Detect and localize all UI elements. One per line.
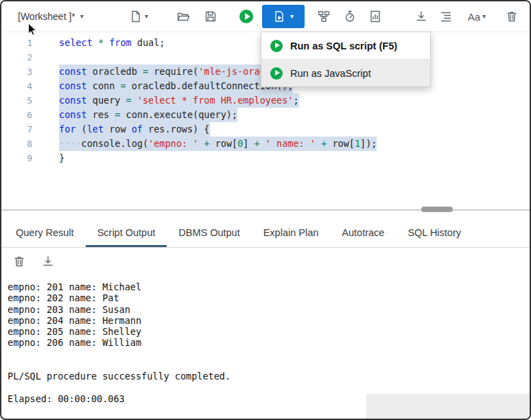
worksheet-toolbar: [Worksheet ]* ▾ ▾ ▾ bbox=[1, 1, 530, 32]
trash-icon bbox=[505, 10, 519, 23]
run-play-icon bbox=[270, 67, 283, 80]
new-worksheet-button[interactable]: ▾ bbox=[122, 5, 155, 28]
output-line: empno: 204 name: Hermann bbox=[8, 315, 530, 326]
run-statement-icon bbox=[239, 10, 253, 23]
editor-line-7[interactable]: 7for (let row of res.rows) { bbox=[1, 122, 530, 137]
tab-autotrace[interactable]: Autotrace bbox=[330, 218, 396, 247]
code-text: const res = conn.execute(query); bbox=[59, 108, 237, 122]
run-script-menu: Run as SQL script (F5)Run as JavaScript bbox=[261, 32, 431, 87]
tab-script-output[interactable]: Script Output bbox=[86, 218, 167, 247]
output-line bbox=[8, 360, 530, 371]
tab-sql-history[interactable]: SQL History bbox=[396, 218, 473, 247]
format-icon bbox=[439, 10, 453, 23]
sql-worksheet-window: [Worksheet ]* ▾ ▾ ▾ bbox=[0, 0, 531, 420]
line-number: 2 bbox=[1, 50, 32, 65]
menu-item-run-as-javascript[interactable]: Run as JavaScript bbox=[261, 59, 430, 86]
tab-query-result[interactable]: Query Result bbox=[4, 218, 86, 247]
open-folder-icon bbox=[176, 10, 190, 23]
menu-item-label: Run as JavaScript bbox=[290, 68, 371, 79]
download-output-button[interactable] bbox=[36, 250, 59, 273]
editor-line-6[interactable]: 6const res = conn.execute(query); bbox=[1, 108, 530, 122]
autotrace-icon bbox=[343, 10, 357, 23]
run-statement-button[interactable] bbox=[235, 5, 258, 28]
worksheet-title: [Worksheet ]* bbox=[18, 11, 75, 22]
run-script-icon bbox=[273, 10, 285, 23]
statement-log-icon bbox=[368, 10, 382, 23]
run-script-button[interactable]: ▾ bbox=[262, 5, 305, 28]
menu-item-label: Run as SQL script (F5) bbox=[290, 40, 397, 51]
chevron-down-icon: ▾ bbox=[145, 13, 148, 20]
download-icon bbox=[414, 10, 428, 23]
open-file-button[interactable] bbox=[172, 5, 195, 28]
save-button[interactable] bbox=[199, 5, 222, 28]
output-toolbar bbox=[1, 247, 530, 276]
output-line: empno: 203 name: Susan bbox=[8, 304, 530, 315]
output-line: empno: 206 name: William bbox=[8, 337, 530, 348]
font-size-label: Aa bbox=[468, 11, 480, 23]
tab-dbms-output[interactable]: DBMS Output bbox=[167, 218, 251, 247]
tab-explain-plan[interactable]: Explain Plan bbox=[252, 218, 331, 247]
worksheet-selector[interactable]: [Worksheet ]* ▾ bbox=[18, 1, 84, 32]
clear-worksheet-button[interactable] bbox=[500, 5, 523, 28]
menu-item-run-as-sql-script-f5[interactable]: Run as SQL script (F5) bbox=[261, 32, 430, 59]
serial-statements-button[interactable] bbox=[364, 5, 387, 28]
output-line bbox=[8, 382, 530, 393]
output-line bbox=[8, 349, 530, 360]
output-line: empno: 202 name: Pat bbox=[8, 292, 530, 303]
splitter-grip[interactable] bbox=[421, 207, 453, 212]
line-number: 4 bbox=[1, 79, 32, 93]
trash-icon bbox=[12, 255, 26, 268]
chevron-down-icon: ▾ bbox=[290, 13, 294, 20]
line-number: 6 bbox=[1, 108, 32, 122]
font-size-button[interactable]: Aa ▾ bbox=[461, 5, 493, 28]
code-text: for (let row of res.rows) { bbox=[59, 122, 210, 137]
explain-plan-icon bbox=[317, 10, 331, 23]
editor-line-9[interactable]: 9} bbox=[1, 151, 530, 165]
editor-line-5[interactable]: 5const query = 'select * from HR.employe… bbox=[1, 93, 530, 108]
explain-plan-button[interactable] bbox=[312, 5, 335, 28]
code-text: ····console.log('empno: ' + row[0] + ' n… bbox=[59, 137, 377, 151]
code-text: const conn = oracledb.defaultConnection(… bbox=[59, 79, 293, 93]
results-tabbar: Query ResultScript OutputDBMS OutputExpl… bbox=[1, 218, 530, 248]
line-number: 7 bbox=[1, 122, 32, 137]
code-text: const query = 'select * from HR.employee… bbox=[59, 93, 299, 108]
corner-overlay bbox=[366, 394, 530, 419]
autotrace-button[interactable] bbox=[338, 5, 362, 28]
output-line: PL/SQL procedure successfully completed. bbox=[8, 371, 530, 382]
editor-line-8[interactable]: 8····console.log('empno: ' + row[0] + ' … bbox=[1, 137, 530, 151]
download-button[interactable] bbox=[410, 5, 433, 28]
output-line: empno: 201 name: Michael bbox=[8, 281, 530, 292]
format-button[interactable] bbox=[434, 5, 458, 28]
clear-output-button[interactable] bbox=[8, 250, 30, 273]
line-number: 3 bbox=[1, 65, 32, 79]
output-line: empno: 205 name: Shelley bbox=[8, 326, 530, 337]
line-number: 1 bbox=[1, 36, 32, 50]
code-text: select * from dual; bbox=[59, 36, 165, 50]
chevron-down-icon: ▾ bbox=[80, 13, 84, 20]
code-text: } bbox=[59, 151, 64, 165]
save-icon bbox=[204, 10, 217, 23]
chevron-down-icon: ▾ bbox=[482, 13, 486, 20]
line-number: 9 bbox=[1, 151, 32, 165]
new-worksheet-icon bbox=[129, 10, 143, 23]
download-icon bbox=[41, 255, 55, 268]
panel-splitter[interactable] bbox=[1, 205, 530, 218]
line-number: 5 bbox=[1, 93, 32, 108]
run-play-icon bbox=[270, 40, 283, 52]
line-number: 8 bbox=[1, 137, 32, 151]
